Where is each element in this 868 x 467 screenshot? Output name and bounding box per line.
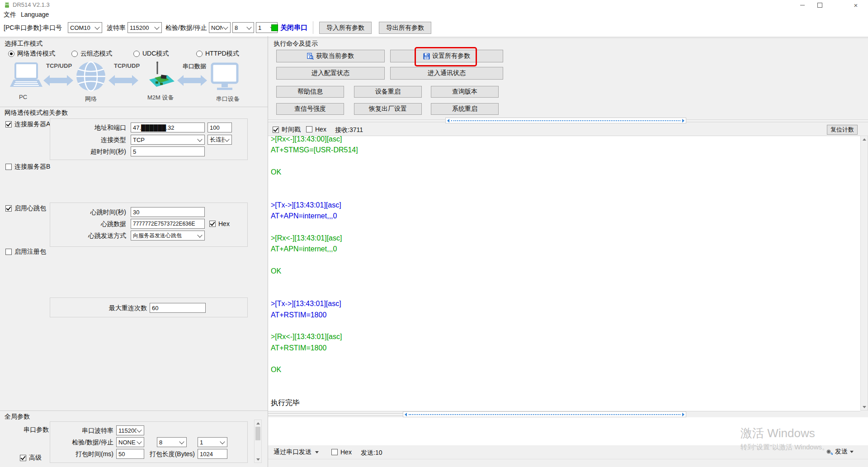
databits-select[interactable]: 8	[232, 22, 254, 33]
register-checkbox[interactable]: 启用注册包	[5, 248, 46, 256]
chevron-down-icon	[197, 137, 202, 142]
server-a-address-input[interactable]: 47.██████.32	[131, 123, 205, 132]
mode-radio-udc[interactable]: UDC模式	[133, 50, 169, 58]
mode-radio-transparent[interactable]: 网络透传模式	[8, 50, 55, 58]
conn-type-select[interactable]: TCP	[131, 135, 205, 145]
scroll-down-icon[interactable]	[255, 456, 261, 462]
timestamp-checkbox[interactable]: 时间戳	[273, 126, 301, 134]
send-input-area[interactable]	[268, 417, 868, 446]
section-divider	[0, 107, 268, 107]
log-line: AT+APN=internet,,,0	[268, 244, 860, 255]
serial-device-monitor-icon	[211, 62, 239, 91]
com-port-select[interactable]: COM10	[68, 22, 102, 33]
send-hex-label: Hex	[340, 448, 352, 456]
section-divider	[0, 410, 268, 411]
log-scrollbar[interactable]	[860, 136, 868, 410]
gp-baud-label: 串口波特率	[82, 427, 113, 435]
close-port-button[interactable]: 关闭串口	[280, 24, 307, 32]
close-button[interactable]: ×	[848, 0, 863, 10]
left-panel-scrollbar[interactable]	[254, 420, 262, 463]
checkbox-icon	[273, 127, 279, 133]
pack-len-input[interactable]: 1024	[198, 449, 227, 459]
log-lines: >[Rx<-][13:43:00][asc]AT+STMSG=[USR-DR51…	[268, 136, 860, 408]
log-line	[268, 178, 860, 189]
menu-language[interactable]: Language	[21, 11, 49, 18]
send-button[interactable]: 发送	[826, 448, 854, 456]
timeout-input[interactable]: 5	[131, 146, 205, 156]
server-b-label: 连接服务器B	[14, 163, 50, 171]
log-line	[268, 189, 860, 199]
enter-comm-state-button[interactable]: 进入通讯状态	[390, 67, 503, 80]
query-version-button[interactable]: 查询版本	[431, 86, 499, 98]
hb-hex-checkbox[interactable]: Hex	[209, 220, 230, 227]
factory-reset-button[interactable]: 恢复出厂设置	[354, 103, 422, 115]
pack-len-label: 打包长度(Bytes)	[150, 450, 195, 458]
reconnect-input[interactable]: 60	[150, 303, 206, 313]
section-divider	[268, 38, 868, 38]
slider-right-arrow-icon[interactable]	[682, 119, 684, 123]
timeout-label: 超时时间(秒)	[90, 148, 126, 156]
server-b-checkbox[interactable]: 连接服务器B	[5, 163, 50, 171]
slider-left-arrow-icon[interactable]	[405, 413, 407, 416]
heartbeat-checkbox[interactable]: 启用心跳包	[5, 204, 46, 212]
log-header: 时间戳 Hex 接收:3711 复位计数	[268, 124, 868, 136]
reset-counter-button[interactable]: 复位计数	[827, 125, 858, 135]
server-a-checkbox[interactable]: 连接服务器A	[5, 120, 50, 128]
button-label: 获取当前参数	[316, 52, 354, 60]
conn-mode-select[interactable]: 长连接	[208, 135, 232, 145]
maximize-button[interactable]	[812, 0, 827, 10]
mode-label: 云组态模式	[80, 50, 112, 58]
enter-config-state-button[interactable]: 进入配置状态	[276, 67, 385, 80]
server-a-label: 连接服务器A	[14, 120, 50, 128]
send-via-dropdown[interactable]: 通过串口发送	[274, 448, 319, 456]
gp-parity-select[interactable]: NONE	[116, 437, 144, 447]
log-area[interactable]: >[Rx<-][13:43:00][asc]AT+STMSG=[USR-DR51…	[268, 136, 860, 411]
hb-data-input[interactable]: 7777772E7573722E636E	[131, 219, 205, 229]
log-line: OK	[268, 167, 860, 178]
slider-left-arrow-icon[interactable]	[447, 119, 449, 123]
baud-select[interactable]: 115200	[127, 22, 162, 33]
checkbox-icon	[5, 249, 12, 255]
log-line	[268, 288, 860, 298]
hb-time-input[interactable]: 30	[131, 207, 205, 217]
log-line	[268, 222, 860, 232]
scroll-up-icon[interactable]	[861, 136, 868, 142]
server-a-port-input[interactable]: 100	[208, 123, 232, 132]
log-line: >[Tx->][13:43:01][asc]	[268, 200, 860, 211]
gp-stopbits-select[interactable]: 1	[198, 437, 227, 447]
gp-databits-select[interactable]: 8	[157, 437, 187, 447]
minimize-button[interactable]	[795, 0, 810, 10]
device-restart-button[interactable]: 设备重启	[354, 86, 422, 98]
splitter-line	[268, 120, 445, 122]
pack-time-input[interactable]: 50	[116, 449, 144, 459]
checkbox-icon	[5, 121, 12, 127]
mode-radio-cloud[interactable]: 云组态模式	[71, 50, 112, 58]
help-info-button[interactable]: 帮助信息	[276, 86, 344, 98]
scroll-up-icon[interactable]	[255, 420, 261, 426]
get-current-params-button[interactable]: 获取当前参数	[276, 50, 385, 62]
log-line	[268, 156, 860, 167]
hb-mode-select[interactable]: 向服务器发送心跳包	[131, 231, 205, 241]
heartbeat-label: 启用心跳包	[14, 204, 46, 212]
system-restart-button[interactable]: 系统重启	[431, 103, 499, 115]
menu-file[interactable]: 文件	[4, 11, 16, 19]
scroll-down-icon[interactable]	[861, 404, 868, 410]
parity-select[interactable]: NONI	[209, 22, 231, 33]
slider-right-arrow-icon[interactable]	[682, 413, 684, 416]
advanced-checkbox[interactable]: 高级	[20, 454, 42, 462]
m2m-device-icon	[144, 61, 175, 91]
gp-baud-select[interactable]: 115200	[116, 425, 144, 435]
chevron-down-icon	[223, 24, 228, 29]
serial-params-group: 串口波特率 115200 检验/数据/停止 NONE 8 1 打包时间(ms) …	[50, 421, 248, 463]
net-params-title: 网络透传模式相关参数	[5, 109, 68, 117]
mode-radio-httpd[interactable]: HTTPD模式	[196, 50, 239, 58]
log-hex-checkbox[interactable]: Hex	[306, 126, 326, 133]
scrollbar-thumb[interactable]	[255, 427, 260, 440]
reconnect-label: 最大重连次数	[109, 304, 147, 312]
horizontal-slider-bottom[interactable]	[403, 411, 686, 417]
horizontal-slider-top[interactable]	[445, 118, 686, 123]
send-hex-checkbox[interactable]: Hex	[331, 448, 352, 456]
import-params-button[interactable]: 导入所有参数	[319, 22, 372, 34]
export-params-button[interactable]: 导出所有参数	[379, 22, 431, 34]
query-signal-button[interactable]: 查信号强度	[276, 103, 344, 115]
